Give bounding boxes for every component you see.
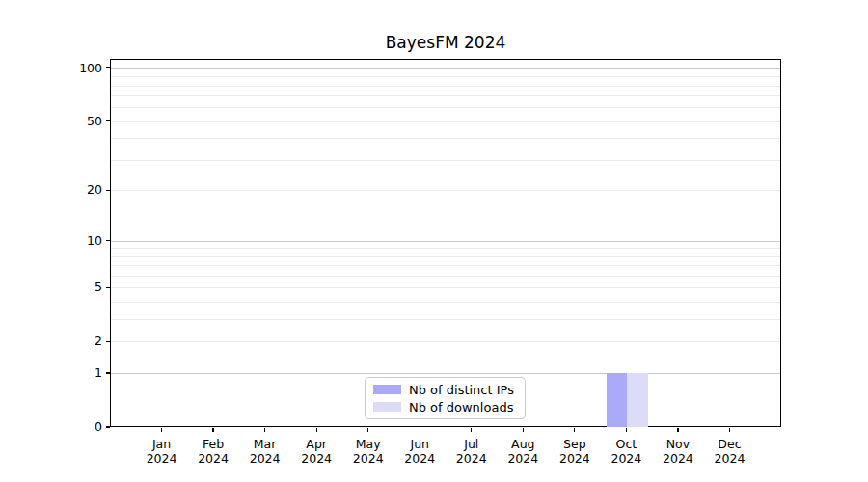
x-tick-label: Dec2024 bbox=[700, 437, 758, 466]
y-tick-label: 100 bbox=[58, 62, 102, 75]
legend-label-distinct-ips: Nb of distinct IPs bbox=[409, 383, 514, 397]
gridline-minor bbox=[111, 107, 780, 108]
y-tick-mark bbox=[106, 240, 110, 241]
gridline-minor bbox=[111, 76, 780, 77]
x-tick-label: Oct2024 bbox=[597, 437, 655, 466]
x-tick-mark bbox=[574, 428, 575, 432]
y-tick-mark bbox=[106, 67, 110, 68]
gridline-minor bbox=[111, 190, 780, 191]
legend-item-distinct-ips: Nb of distinct IPs bbox=[373, 383, 517, 397]
y-tick-mark bbox=[106, 120, 110, 121]
x-tick-label: May2024 bbox=[339, 437, 397, 466]
gridline-minor bbox=[111, 138, 780, 139]
gridline-major bbox=[111, 68, 780, 69]
x-tick-label: Jun2024 bbox=[391, 437, 448, 466]
x-tick-label: Nov2024 bbox=[649, 437, 707, 466]
x-tick-mark bbox=[316, 428, 317, 432]
y-tick-label: 1 bbox=[58, 366, 102, 380]
x-tick-mark bbox=[677, 428, 678, 432]
x-tick-mark bbox=[367, 428, 368, 432]
chart-title: BayesFM 2024 bbox=[110, 32, 781, 53]
x-tick-mark bbox=[626, 428, 627, 432]
y-tick-label: 50 bbox=[58, 115, 102, 128]
y-tick-label: 20 bbox=[58, 183, 102, 197]
legend-swatch-downloads bbox=[373, 402, 401, 412]
legend-swatch-distinct-ips bbox=[373, 385, 401, 394]
x-tick-label: Feb2024 bbox=[184, 437, 242, 466]
bar-downloads bbox=[627, 373, 647, 427]
gridline-minor bbox=[111, 248, 780, 249]
gridline-minor bbox=[111, 319, 780, 320]
legend-item-downloads: Nb of downloads bbox=[373, 400, 517, 415]
y-tick-label: 2 bbox=[58, 335, 102, 348]
download-stats-chart: BayesFM 2024 Nb of distinct IPs Nb of do… bbox=[0, 0, 868, 482]
y-tick-mark bbox=[106, 287, 110, 288]
gridline-minor bbox=[111, 86, 780, 87]
plot-area bbox=[110, 59, 781, 427]
gridline-major bbox=[111, 373, 780, 374]
x-tick-mark bbox=[420, 428, 420, 432]
y-tick-mark bbox=[106, 341, 110, 342]
gridline-minor bbox=[111, 160, 780, 161]
x-tick-mark bbox=[471, 428, 472, 432]
x-tick-mark bbox=[729, 428, 730, 432]
x-tick-label: Sep2024 bbox=[546, 437, 604, 466]
y-tick-label: 5 bbox=[58, 281, 102, 294]
gridline-minor bbox=[111, 95, 780, 96]
gridline-minor bbox=[111, 256, 780, 257]
gridline-minor bbox=[111, 302, 780, 303]
legend-label-downloads: Nb of downloads bbox=[409, 400, 513, 415]
x-tick-mark bbox=[212, 428, 213, 432]
bar-distinct-ips bbox=[607, 373, 627, 427]
gridline-minor bbox=[111, 121, 780, 122]
gridline-minor bbox=[111, 341, 780, 342]
gridline-minor bbox=[111, 265, 780, 266]
y-tick-mark bbox=[106, 426, 110, 427]
y-tick-mark bbox=[106, 372, 110, 373]
gridline-minor bbox=[111, 287, 780, 288]
x-tick-label: Jan2024 bbox=[133, 437, 191, 466]
gridline-minor bbox=[111, 276, 780, 277]
y-tick-label: 10 bbox=[58, 234, 102, 248]
x-tick-label: Apr2024 bbox=[287, 437, 345, 466]
x-tick-mark bbox=[161, 428, 162, 432]
x-tick-mark bbox=[264, 428, 265, 432]
y-tick-label: 0 bbox=[58, 420, 102, 434]
x-tick-label: Mar2024 bbox=[236, 437, 294, 466]
x-tick-label: Aug2024 bbox=[494, 437, 552, 466]
gridline-major bbox=[111, 241, 780, 242]
legend: Nb of distinct IPs Nb of downloads bbox=[365, 377, 526, 419]
x-tick-label: Jul2024 bbox=[443, 437, 501, 466]
y-tick-mark bbox=[106, 190, 110, 191]
x-tick-mark bbox=[523, 428, 524, 432]
